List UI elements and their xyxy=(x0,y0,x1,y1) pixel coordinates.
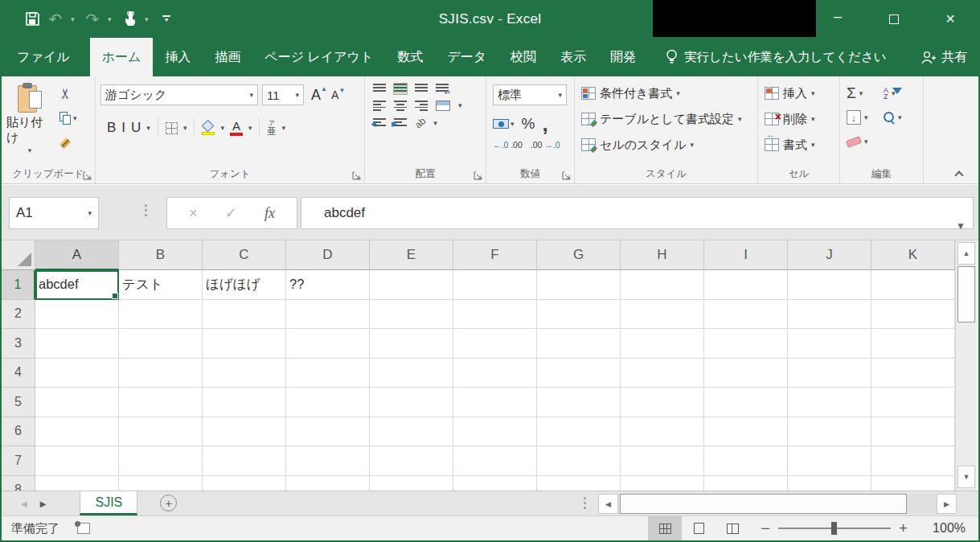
cell-F2[interactable] xyxy=(453,300,537,330)
scroll-down-button[interactable]: ▼ xyxy=(957,466,975,488)
orientation-dropdown[interactable]: ▾ xyxy=(433,120,437,127)
cell-J4[interactable] xyxy=(788,359,871,388)
conditional-formatting-button[interactable]: 条件付き書式 ▾ xyxy=(581,83,754,104)
fill-button[interactable]: ↓▾ xyxy=(847,110,884,125)
next-sheet-button[interactable]: ▶ xyxy=(40,499,47,508)
scroll-right-button[interactable]: ▶ xyxy=(937,494,957,514)
cell-K6[interactable] xyxy=(871,417,955,447)
cell-K7[interactable] xyxy=(871,446,955,476)
name-box-resize-handle[interactable] xyxy=(145,204,147,216)
cell-J7[interactable] xyxy=(788,446,871,476)
align-middle-button[interactable] xyxy=(394,84,407,94)
clear-button[interactable]: ▾ xyxy=(847,138,884,146)
insert-cells-button[interactable]: 挿入 ▾ xyxy=(765,83,836,104)
normal-view-button[interactable] xyxy=(648,516,682,540)
italic-button[interactable]: I xyxy=(121,120,125,136)
column-header-E[interactable]: E xyxy=(370,240,453,270)
page-layout-view-button[interactable] xyxy=(682,516,716,540)
cell-E7[interactable] xyxy=(370,446,453,476)
cell-E4[interactable] xyxy=(370,359,453,388)
cell-A3[interactable] xyxy=(35,329,119,359)
grow-font-button[interactable]: A▲ xyxy=(308,87,324,104)
increase-indent-button[interactable]: ▶ xyxy=(394,118,407,129)
cell-D3[interactable] xyxy=(286,329,370,359)
tab-draw[interactable]: 描画 xyxy=(203,38,252,76)
cell-G3[interactable] xyxy=(537,329,621,359)
decrease-indent-button[interactable]: ◀ xyxy=(373,118,386,129)
cell-styles-button[interactable]: セルのスタイル ▾ xyxy=(581,134,754,155)
underline-dropdown[interactable]: ▾ xyxy=(146,125,150,132)
percent-style-button[interactable]: % xyxy=(522,115,535,133)
phonetic-dropdown[interactable]: ▾ xyxy=(281,125,285,132)
cell-H3[interactable] xyxy=(621,329,704,359)
cell-G6[interactable] xyxy=(537,417,621,447)
cell-C6[interactable] xyxy=(203,417,286,447)
decrease-decimal-button[interactable]: .00 →.0 xyxy=(531,141,560,150)
cell-E5[interactable] xyxy=(370,388,453,417)
number-dialog-launcher[interactable] xyxy=(562,171,571,180)
cell-E1[interactable] xyxy=(370,270,453,300)
cut-button[interactable]: ✂ xyxy=(59,84,77,102)
number-format-combo[interactable]: 標準▾ xyxy=(493,84,567,105)
vertical-scrollbar[interactable]: ▲ ▼ xyxy=(955,240,977,491)
cell-K8[interactable] xyxy=(871,476,955,491)
cell-J1[interactable] xyxy=(788,270,871,300)
cell-H2[interactable] xyxy=(621,300,704,330)
cell-H8[interactable] xyxy=(621,476,704,491)
cell-J6[interactable] xyxy=(788,417,871,447)
borders-dropdown[interactable]: ▾ xyxy=(183,125,187,132)
cell-C8[interactable] xyxy=(203,476,286,491)
cell-J2[interactable] xyxy=(788,300,871,330)
cell-B1[interactable]: テスト xyxy=(119,270,203,300)
cell-G5[interactable] xyxy=(537,388,621,417)
cell-F4[interactable] xyxy=(453,359,537,388)
merge-dropdown[interactable]: ▾ xyxy=(458,102,462,109)
macro-record-button[interactable] xyxy=(77,523,90,534)
cell-G7[interactable] xyxy=(537,446,621,476)
zoom-slider[interactable] xyxy=(778,528,891,529)
expand-formula-bar-button[interactable]: ▼ xyxy=(956,220,966,232)
cell-D8[interactable] xyxy=(286,476,370,491)
font-color-button[interactable]: A xyxy=(230,121,243,136)
delete-cells-button[interactable]: 削除 ▾ xyxy=(765,109,836,129)
cell-J3[interactable] xyxy=(788,329,871,359)
scroll-left-button[interactable]: ◀ xyxy=(598,494,618,514)
tab-home[interactable]: ホーム xyxy=(90,38,154,76)
cell-A7[interactable] xyxy=(35,446,119,476)
cell-E3[interactable] xyxy=(370,329,453,359)
previous-sheet-button[interactable]: ◀ xyxy=(21,499,27,508)
row-header-5[interactable]: 5 xyxy=(2,388,35,417)
cell-K3[interactable] xyxy=(871,329,955,359)
currency-dropdown[interactable]: ▾ xyxy=(511,121,515,128)
align-top-button[interactable] xyxy=(373,84,386,94)
cell-F1[interactable] xyxy=(453,270,537,300)
format-as-table-button[interactable]: テーブルとして書式設定 ▾ xyxy=(581,109,754,129)
format-cells-button[interactable]: 書式 ▾ xyxy=(765,134,836,155)
cell-D6[interactable] xyxy=(286,417,370,447)
tab-view[interactable]: 表示 xyxy=(548,38,598,76)
cell-D2[interactable] xyxy=(286,300,370,330)
tell-me-box[interactable]: 実行したい作業を入力してください xyxy=(666,38,887,76)
page-break-view-button[interactable] xyxy=(716,516,749,540)
vertical-scroll-thumb[interactable] xyxy=(957,266,975,322)
cell-K4[interactable] xyxy=(871,359,955,388)
collapse-ribbon-button[interactable] xyxy=(954,170,964,177)
minimize-button[interactable]: – xyxy=(810,0,866,35)
column-header-H[interactable]: H xyxy=(621,240,704,270)
column-header-J[interactable]: J xyxy=(788,240,871,270)
column-header-F[interactable]: F xyxy=(453,240,537,270)
increase-decimal-button[interactable]: ←.0 .00 xyxy=(493,141,523,150)
cell-J8[interactable] xyxy=(788,476,871,491)
name-box[interactable]: A1 ▾ xyxy=(9,197,99,229)
format-painter-button[interactable] xyxy=(59,134,77,152)
align-right-button[interactable] xyxy=(415,101,428,111)
cell-I5[interactable] xyxy=(704,388,788,417)
paste-button[interactable]: 貼り付け ▾ xyxy=(6,83,53,175)
cell-D7[interactable] xyxy=(286,446,370,476)
cell-A1[interactable]: abcdef xyxy=(35,270,119,300)
new-sheet-button[interactable]: + xyxy=(160,495,177,511)
font-size-combo[interactable]: 11▾ xyxy=(262,84,304,105)
cell-K2[interactable] xyxy=(871,300,955,330)
borders-button[interactable] xyxy=(166,122,178,134)
tab-developer[interactable]: 開発 xyxy=(598,38,648,76)
